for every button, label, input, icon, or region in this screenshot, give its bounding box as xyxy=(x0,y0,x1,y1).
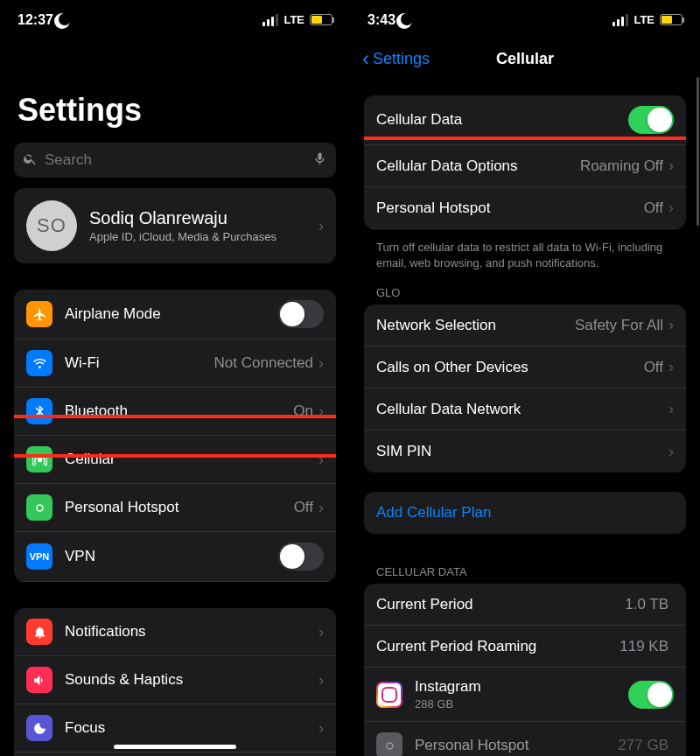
cellular-row[interactable]: Cellular › xyxy=(14,436,336,484)
chevron-icon: › xyxy=(668,400,674,418)
usage-group: Current Period 1.0 TB Current Period Roa… xyxy=(364,584,686,756)
roaming-period-label: Current Period Roaming xyxy=(376,638,620,655)
cellular-data-toggle[interactable] xyxy=(628,106,674,134)
signal-icon xyxy=(262,14,278,26)
wifi-icon xyxy=(26,350,52,376)
chevron-icon: › xyxy=(668,199,674,217)
chevron-icon: › xyxy=(318,719,324,738)
vpn-label: VPN xyxy=(65,548,278,565)
chevron-icon: › xyxy=(318,671,324,690)
sounds-row[interactable]: Sounds & Haptics › xyxy=(14,656,336,704)
status-bar: 3:43 LTE xyxy=(350,0,700,39)
airplane-mode-row[interactable]: Airplane Mode xyxy=(14,290,336,340)
chevron-icon: › xyxy=(668,316,674,334)
calls-other-value: Off xyxy=(644,359,663,376)
cellular-main-group: Cellular Data Cellular Data Options Roam… xyxy=(364,95,686,229)
roaming-period-value: 119 KB xyxy=(620,638,668,655)
wifi-label: Wi-Fi xyxy=(65,354,214,372)
sim-pin-row[interactable]: SIM PIN › xyxy=(364,430,686,472)
profile-group: SO Sodiq Olanrewaju Apple ID, iCloud, Me… xyxy=(14,188,336,263)
cellular-screen: 3:43 LTE ‹ Settings Cellular Cellular Da… xyxy=(350,0,700,756)
cellular-note: Turn off cellular data to restrict all d… xyxy=(350,233,700,274)
vpn-toggle[interactable] xyxy=(278,542,324,570)
hotspot-row[interactable]: Personal Hotspot Off › xyxy=(14,484,336,532)
app-usage: 288 GB xyxy=(415,697,628,710)
connectivity-group: Airplane Mode Wi-Fi Not Connected › Blue… xyxy=(14,290,336,582)
chevron-icon: › xyxy=(318,354,324,373)
add-plan-row[interactable]: Add Cellular Plan xyxy=(364,492,686,534)
wifi-value: Not Connected xyxy=(214,354,313,372)
airplane-label: Airplane Mode xyxy=(65,305,278,323)
instagram-icon xyxy=(376,682,402,708)
back-label: Settings xyxy=(373,50,430,68)
app-usage-value: 277 GB xyxy=(618,737,668,754)
vpn-row[interactable]: VPN VPN xyxy=(14,532,336,582)
calls-other-row[interactable]: Calls on Other Devices Off › xyxy=(364,346,686,388)
bluetooth-value: On xyxy=(293,402,313,420)
chevron-icon: › xyxy=(668,358,674,376)
bell-icon xyxy=(26,619,52,645)
status-bar: 12:37 LTE xyxy=(0,0,350,39)
focus-label: Focus xyxy=(65,719,318,737)
network-selection-row[interactable]: Network Selection Safety For All › xyxy=(364,304,686,346)
current-period-label: Current Period xyxy=(376,596,625,613)
do-not-disturb-icon xyxy=(59,13,71,25)
hotspot-icon xyxy=(26,494,52,521)
profile-row[interactable]: SO Sodiq Olanrewaju Apple ID, iCloud, Me… xyxy=(14,188,336,263)
network-selection-label: Network Selection xyxy=(376,317,575,334)
cellular-data-row[interactable]: Cellular Data xyxy=(364,95,686,145)
cellular-options-label: Cellular Data Options xyxy=(376,158,580,175)
page-title: Settings xyxy=(0,39,350,137)
cellular-data-label: Cellular Data xyxy=(376,111,628,129)
wifi-row[interactable]: Wi-Fi Not Connected › xyxy=(14,340,336,388)
settings-screen: 12:37 LTE Settings SO Sodiq Olanrewaju A… xyxy=(0,0,350,756)
status-time: 3:43 xyxy=(368,12,396,28)
app-name: Personal Hotspot xyxy=(415,737,618,754)
app-instagram-row[interactable]: Instagram 288 GB xyxy=(364,668,686,722)
search-input[interactable] xyxy=(45,151,305,169)
data-network-row[interactable]: Cellular Data Network › xyxy=(364,388,686,430)
do-not-disturb-icon xyxy=(401,13,413,25)
hotspot-label: Personal Hotspot xyxy=(376,200,644,217)
current-period-row[interactable]: Current Period 1.0 TB xyxy=(364,584,686,626)
calls-other-label: Calls on Other Devices xyxy=(376,359,644,376)
nav-bar: ‹ Settings Cellular xyxy=(350,39,700,78)
chevron-icon: › xyxy=(668,443,674,461)
signal-icon xyxy=(612,14,628,26)
personal-hotspot-row[interactable]: Personal Hotspot Off › xyxy=(364,187,686,229)
app-toggle[interactable] xyxy=(628,681,674,709)
add-plan-group: Add Cellular Plan xyxy=(364,492,686,534)
status-time: 12:37 xyxy=(18,12,53,28)
battery-icon xyxy=(310,14,332,25)
carrier-group: Network Selection Safety For All › Calls… xyxy=(364,304,686,472)
notifications-label: Notifications xyxy=(65,623,318,640)
roaming-period-row[interactable]: Current Period Roaming 119 KB xyxy=(364,626,686,668)
chevron-icon: › xyxy=(318,499,324,517)
app-hotspot-row[interactable]: Personal Hotspot 277 GB xyxy=(364,722,686,756)
notifications-row[interactable]: Notifications › xyxy=(14,608,336,656)
cellular-label: Cellular xyxy=(65,451,318,468)
screentime-row[interactable]: Screen Time › xyxy=(14,752,336,756)
moon-icon xyxy=(26,715,52,741)
network-label: LTE xyxy=(284,13,304,26)
mic-icon xyxy=(312,151,327,170)
cellular-options-row[interactable]: Cellular Data Options Roaming Off › xyxy=(364,145,686,187)
chevron-left-icon: ‹ xyxy=(362,46,369,71)
carrier-header: GLO xyxy=(350,274,700,304)
airplane-toggle[interactable] xyxy=(278,300,324,328)
bluetooth-icon xyxy=(26,398,52,424)
bluetooth-row[interactable]: Bluetooth On › xyxy=(14,388,336,436)
home-indicator[interactable] xyxy=(114,745,236,749)
data-network-label: Cellular Data Network xyxy=(376,401,668,418)
sounds-label: Sounds & Haptics xyxy=(65,671,318,689)
scroll-indicator[interactable] xyxy=(696,77,699,226)
data-usage-header: CELLULAR DATA xyxy=(350,553,700,584)
search-field[interactable] xyxy=(14,143,336,178)
network-label: LTE xyxy=(634,13,654,26)
back-button[interactable]: ‹ Settings xyxy=(362,46,430,71)
hotspot-icon xyxy=(376,732,402,756)
hotspot-value: Off xyxy=(644,200,663,217)
battery-icon xyxy=(660,14,682,25)
vpn-icon: VPN xyxy=(26,543,52,570)
avatar: SO xyxy=(26,200,77,251)
